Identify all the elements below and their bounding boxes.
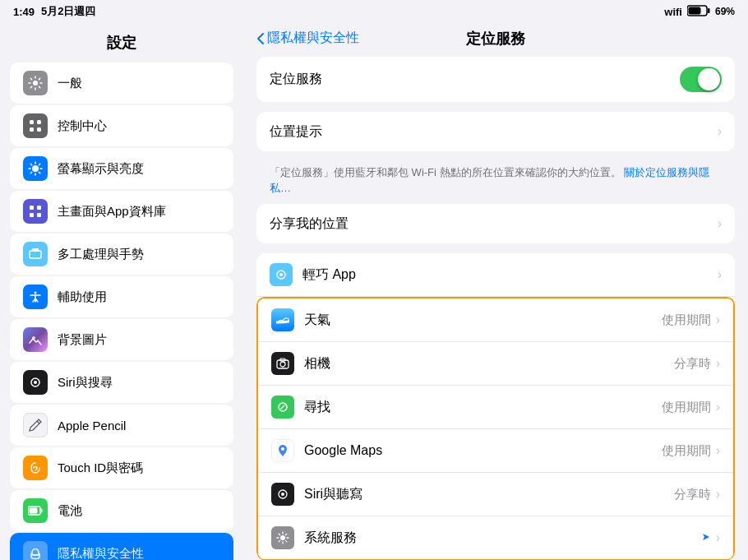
display-icon [23,156,48,181]
siri-icon [23,370,48,395]
system-services-row[interactable]: 系統服務 › [258,516,733,559]
content-title: 定位服務 [466,29,525,49]
camera-chevron: › [716,356,720,371]
info-text-container: 「定位服務」使用藍牙和鄰包 Wi-Fi 熱點的所在位置來確認你的大約位置。 關於… [256,161,735,204]
weather-row[interactable]: 天氣 使用期間 › [258,299,733,342]
touchid-label: Touch ID與密碼 [58,460,143,476]
weather-label: 天氣 [304,312,662,329]
svg-rect-9 [30,206,34,210]
svg-point-34 [281,493,284,496]
system-services-label: 系統服務 [304,530,701,547]
weather-chevron: › [716,312,720,327]
find-label: 尋找 [304,399,662,416]
sidebar-item-homescreen[interactable]: 主畫面與App資料庫 [10,191,233,232]
svg-rect-1 [708,8,710,13]
googlemaps-chevron: › [716,443,720,458]
battery-label: 電池 [58,503,82,519]
general-icon [23,71,48,95]
sidebar-item-display[interactable]: 螢幕顯示與亮度 [10,148,233,189]
share-location-row[interactable]: 分享我的位置 › [256,204,735,243]
siri-label: Siri與搜尋 [58,375,113,391]
back-label: 隱私權與安全性 [267,30,359,47]
homescreen-icon [23,199,48,224]
sidebar-item-accessibility[interactable]: 輔助使用 [10,276,233,317]
wallpaper-icon [23,327,48,352]
svg-point-15 [35,292,37,294]
sidebar-title: 設定 [0,30,243,62]
svg-rect-13 [30,251,41,258]
sidebar-item-siri[interactable]: Siri與搜尋 [10,362,233,403]
lightweight-chevron: › [718,267,722,282]
find-row[interactable]: 尋找 使用期間 › [258,386,733,429]
siri-dictation-row[interactable]: Siri與聽寫 分享時 › [258,473,733,516]
sidebar-item-battery[interactable]: 電池 [10,490,233,531]
sidebar-item-touchid[interactable]: Touch ID與密碼 [10,447,233,488]
siri-dictation-label: Siri與聽寫 [304,486,674,503]
siri-dictation-value: 分享時 [674,487,711,502]
location-hint-row[interactable]: 位置提示 › [256,112,735,151]
weather-icon [271,308,294,331]
lightweight-app-icon [270,263,293,286]
accessibility-label: 輔助使用 [58,289,107,305]
battery-percent: 69% [715,6,735,17]
sidebar-item-general[interactable]: 一般 [10,62,233,104]
svg-point-35 [280,535,285,540]
lightweight-app-label: 輕巧 App [302,266,718,284]
camera-label: 相機 [304,355,674,373]
lightweight-app-row[interactable]: 輕巧 App › [256,253,735,297]
googlemaps-label: Google Maps [304,443,662,458]
battery-icon [687,5,710,19]
siri-dictation-chevron: › [716,487,720,502]
location-hint-section: 位置提示 › [256,112,735,151]
svg-rect-20 [41,509,43,513]
svg-rect-11 [30,213,34,217]
system-services-arrow-icon [701,530,711,545]
status-bar: 1:49 5月2日週四 wifi 69% [0,0,748,23]
googlemaps-icon [271,439,294,462]
system-services-chevron: › [716,530,720,545]
content-area: 隱私權與安全性 定位服務 定位服務 位置提示 › 「定位服務」使用藍牙和鄰包 W… [243,23,748,560]
svg-point-18 [34,381,37,384]
svg-point-32 [281,447,284,451]
sidebar-item-multitask[interactable]: 多工處理與手勢 [10,234,233,275]
svg-point-3 [33,81,38,86]
svg-rect-5 [37,120,41,124]
find-icon [271,396,294,419]
privacy-icon [23,541,48,560]
svg-rect-7 [37,127,41,132]
pencil-label: Apple Pencil [58,419,126,433]
location-service-row[interactable]: 定位服務 [256,57,735,102]
battery-sidebar-icon [23,498,48,523]
wifi-icon: wifi [664,6,682,18]
location-service-label: 定位服務 [270,71,680,88]
googlemaps-row[interactable]: Google Maps 使用期間 › [258,429,733,473]
control-icon [23,113,48,138]
find-chevron: › [716,400,720,414]
apps-section: 輕巧 App › 天氣 使用期間 › [256,253,735,560]
accessibility-icon [23,285,48,309]
highlighted-apps-group: 天氣 使用期間 › 相機 分享時 › [256,297,735,560]
svg-rect-12 [37,213,41,217]
homescreen-label: 主畫面與App資料庫 [58,204,166,220]
location-service-section: 定位服務 [256,57,735,102]
info-text: 「定位服務」使用藍牙和鄰包 Wi-Fi 熱點的所在位置來確認你的大約位置。 [270,166,624,178]
status-time: 1:49 [13,6,35,18]
location-service-toggle[interactable] [680,67,722,92]
sidebar-item-privacy[interactable]: 隱私權與安全性 [10,533,233,560]
camera-icon [271,352,294,375]
sidebar-item-control[interactable]: 控制中心 [10,105,233,146]
sidebar-item-pencil[interactable]: Apple Pencil [10,405,233,446]
svg-rect-6 [30,127,34,132]
siri-dictation-icon [271,483,294,506]
svg-rect-4 [30,120,34,124]
location-hint-label: 位置提示 [270,123,718,141]
back-button[interactable]: 隱私權與安全性 [256,30,359,47]
find-value: 使用期間 [662,400,711,415]
system-services-icon [271,526,294,549]
camera-row[interactable]: 相機 分享時 › [258,342,733,386]
svg-point-8 [32,165,39,172]
sidebar-item-wallpaper[interactable]: 背景圖片 [10,319,233,360]
svg-point-29 [280,362,285,367]
touchid-icon [23,456,48,480]
svg-rect-10 [37,206,41,210]
